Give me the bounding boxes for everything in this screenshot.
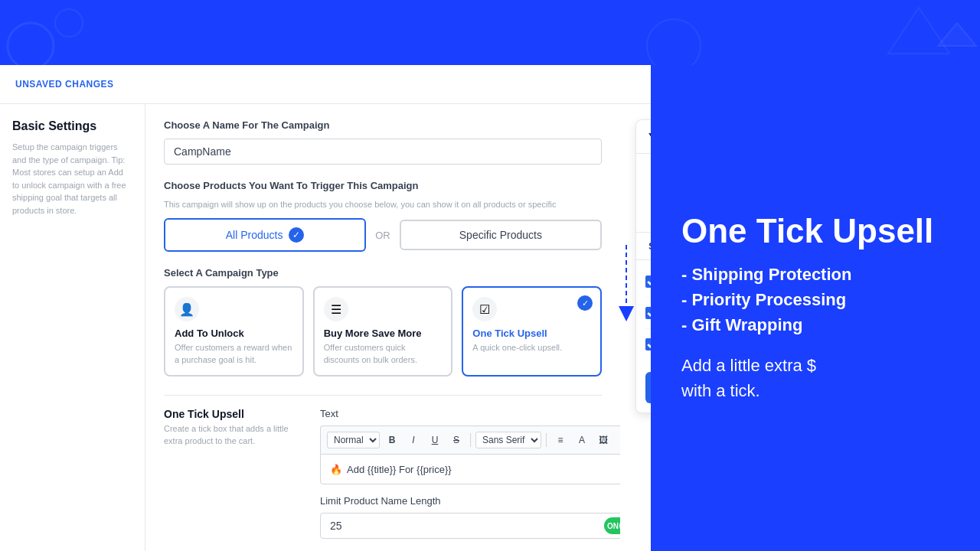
toggle-on-text: ON [607, 522, 619, 530]
limit-input[interactable] [320, 513, 620, 539]
buy-more-desc: Offer customers quick discounts on bulk … [324, 342, 443, 366]
specific-products-button[interactable]: Specific Products [400, 220, 602, 250]
sidebar-title: Basic Settings [12, 119, 132, 133]
promo-panel: One Tick Upsell - Shipping Protection- P… [651, 65, 980, 551]
toolbar-divider-2 [546, 433, 547, 447]
promo-list-item-2: - Gift Wrapping [681, 312, 933, 337]
svg-marker-15 [619, 306, 634, 321]
editor-text: Add {{title}} For {{price}} [347, 464, 452, 475]
strikethrough-button[interactable]: S [447, 431, 466, 449]
dashed-arrow [603, 245, 649, 337]
limit-input-row: ON [320, 513, 620, 539]
promo-subtitle: Add a little extra $with a tick. [681, 353, 933, 403]
svg-point-0 [8, 23, 54, 69]
campaign-type-label: Select A Campaign Type [164, 267, 602, 279]
italic-button[interactable]: I [404, 431, 423, 449]
campaign-types: 👤 Add To Unlock Offer customers a reward… [164, 286, 602, 377]
one-tick-name: One Tick Upsell [472, 328, 591, 339]
specific-products-label: Specific Products [459, 229, 542, 241]
color-button[interactable]: A [573, 431, 591, 449]
editor-content[interactable]: 🔥 Add {{title}} For {{price}} [320, 454, 620, 484]
products-desc: This campaign will show up on the produc… [164, 199, 602, 210]
one-tick-desc: A quick one-click upsell. [472, 342, 591, 354]
promo-title: One Tick Upsell [681, 213, 933, 249]
otu-title: One Tick Upsell [164, 408, 302, 420]
product-selector: All Products ✓ OR Specific Products [164, 218, 602, 252]
bold-button[interactable]: B [383, 431, 401, 449]
align-button[interactable]: ≡ [551, 431, 570, 449]
sidebar-desc: Setup the campaign triggers and the type… [12, 141, 132, 217]
promo-list-item-0: - Shipping Protection [681, 262, 933, 287]
buy-more-save-more-card[interactable]: ☰ Buy More Save More Offer customers qui… [313, 286, 453, 377]
toggle-switch[interactable]: ON [604, 517, 620, 534]
add-to-unlock-name: Add To Unlock [175, 328, 293, 339]
buy-more-icon: ☰ [324, 297, 348, 321]
buy-more-name: Buy More Save More [324, 328, 443, 339]
svg-marker-3 [938, 23, 976, 46]
unsaved-changes-label: UNSAVED CHANGES [15, 79, 114, 90]
settings-panel: Choose A Name For The Campaign Choose Pr… [145, 104, 620, 551]
toolbar-divider-1 [470, 433, 471, 447]
products-label: Choose Products You Want To Trigger This… [164, 180, 602, 191]
limit-label: Limit Product Name Length [320, 495, 620, 507]
otu-desc: Create a tick box that adds a little ext… [164, 423, 302, 447]
all-products-button[interactable]: All Products ✓ [164, 218, 366, 252]
format-select[interactable]: Normal [327, 432, 380, 448]
one-tick-check: ✓ [577, 295, 593, 311]
add-to-unlock-icon: 👤 [175, 297, 199, 321]
underline-button[interactable]: U [426, 431, 444, 449]
text-label: Text [320, 408, 620, 419]
products-or-text: OR [375, 230, 390, 241]
one-tick-upsell-card[interactable]: ☑ One Tick Upsell A quick one-click upse… [462, 286, 602, 377]
promo-content: One Tick Upsell - Shipping Protection- P… [681, 213, 933, 403]
add-to-unlock-card[interactable]: 👤 Add To Unlock Offer customers a reward… [164, 286, 304, 377]
toggle-on[interactable]: ON [604, 517, 620, 534]
fire-emoji: 🔥 [330, 464, 342, 475]
svg-point-1 [55, 9, 83, 37]
add-to-unlock-desc: Offer customers a reward when a purchase… [175, 342, 293, 366]
promo-list-item-1: - Priority Processing [681, 287, 933, 312]
promo-list: - Shipping Protection- Priority Processi… [681, 262, 933, 337]
editor-toolbar: Normal B I U S Sans Serif ≡ A 🖼 [320, 425, 620, 454]
font-select[interactable]: Sans Serif [475, 432, 541, 448]
one-tick-icon: ☑ [472, 297, 497, 321]
all-products-check: ✓ [289, 227, 304, 243]
campaign-name-input[interactable] [164, 139, 602, 165]
sidebar: Basic Settings Setup the campaign trigge… [0, 104, 145, 551]
campaign-name-label: Choose A Name For The Campaign [164, 119, 602, 131]
image-button[interactable]: 🖼 [594, 431, 612, 449]
all-products-label: All Products [226, 229, 283, 241]
